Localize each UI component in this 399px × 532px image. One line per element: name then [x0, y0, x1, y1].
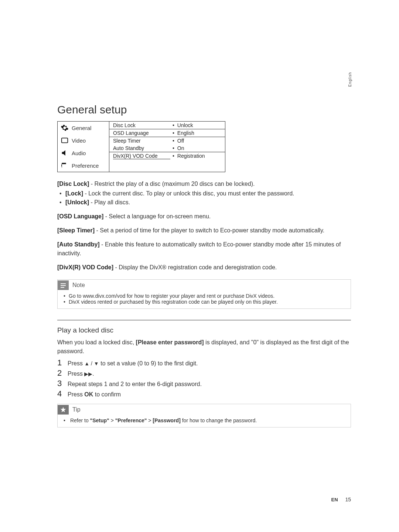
- def-divx-code: [DivX(R) VOD Code] - Display the DivX® r…: [57, 263, 351, 272]
- osd-row-value: English: [177, 130, 221, 136]
- bullet-icon: •: [173, 145, 175, 151]
- tip-title: Tip: [72, 406, 81, 413]
- step-3: Repeat steps 1 and 2 to enter the 6-digi…: [57, 379, 351, 388]
- sidebar-item-label: Preference: [72, 163, 99, 169]
- steps-list: Press ▲ / ▼ to set a value (0 to 9) to t…: [57, 358, 351, 399]
- language-tab: English: [348, 72, 352, 87]
- bullet-icon: •: [173, 153, 175, 159]
- note-item: DivX videos rented or purchased by this …: [64, 299, 344, 305]
- osd-row-value: Unlock: [177, 122, 221, 128]
- osd-row-label: Sleep Timer: [113, 138, 170, 144]
- tip-icon: [58, 405, 69, 415]
- def-auto-standby: [Auto Standby] - Enable this feature to …: [57, 240, 351, 258]
- note-callout: Note Go to www.divx.com/vod for how to r…: [57, 279, 351, 309]
- osd-menu: General Video Audio Preference: [57, 121, 225, 172]
- step-1: Press ▲ / ▼ to set a value (0 to 9) to t…: [57, 358, 351, 368]
- bullet-icon: •: [173, 130, 175, 136]
- step-4: Press OK to confirm: [57, 389, 351, 399]
- def-disc-lock: [Disc Lock] - Restrict the play of a dis…: [57, 180, 351, 207]
- footer-lang: EN: [331, 497, 338, 502]
- bullet-icon: •: [173, 138, 175, 144]
- osd-row-label: Disc Lock: [113, 122, 170, 128]
- osd-row-value: Registration: [177, 153, 221, 159]
- osd-row[interactable]: Disc Lock • Unlock: [109, 122, 225, 129]
- osd-row[interactable]: OSD Language • English: [109, 129, 225, 137]
- osd-row-value: Off: [177, 138, 221, 144]
- svg-rect-1: [61, 283, 66, 284]
- audio-icon: [61, 149, 69, 157]
- def-lock: [Lock] - Lock the current disc. To play …: [65, 189, 351, 198]
- sidebar-item-video[interactable]: Video: [58, 134, 109, 147]
- def-sleep-timer: [Sleep Timer] - Set a period of time for…: [57, 226, 351, 235]
- step-2: Press ▶▶.: [57, 368, 351, 378]
- locked-disc-intro: When you load a locked disc, [Please ent…: [57, 338, 351, 356]
- definitions: [Disc Lock] - Restrict the play of a dis…: [57, 180, 351, 272]
- section-divider: [57, 320, 351, 320]
- svg-rect-3: [61, 287, 64, 288]
- sidebar-item-label: General: [72, 125, 91, 131]
- note-icon: [58, 280, 69, 290]
- note-item: Go to www.divx.com/vod for how to regist…: [64, 293, 344, 299]
- tip-callout: Tip Refer to "Setup" > "Preference" > [P…: [57, 404, 351, 427]
- osd-row-value: On: [177, 145, 221, 151]
- svg-rect-0: [62, 138, 68, 143]
- osd-row[interactable]: Sleep Timer • Off: [109, 137, 225, 144]
- sidebar-item-general[interactable]: General: [58, 122, 109, 134]
- osd-content: Disc Lock • Unlock OSD Language • Englis…: [109, 122, 225, 172]
- sidebar-item-label: Audio: [72, 150, 86, 156]
- fast-forward-icon: ▶▶: [84, 371, 92, 377]
- locked-disc-heading: Play a locked disc: [57, 326, 351, 334]
- osd-row-label: Auto Standby: [113, 145, 170, 151]
- sidebar-item-label: Video: [72, 137, 86, 144]
- osd-sidebar: General Video Audio Preference: [58, 122, 109, 172]
- gear-icon: [61, 124, 69, 132]
- preference-icon: [61, 161, 69, 170]
- osd-row-label: DivX(R) VOD Code: [113, 153, 170, 159]
- svg-rect-2: [61, 285, 66, 286]
- tip-item: Refer to "Setup" > "Preference" > [Passw…: [64, 417, 344, 423]
- sidebar-item-audio[interactable]: Audio: [58, 147, 109, 159]
- up-down-icon: ▲ / ▼: [84, 361, 99, 366]
- page-footer: EN 15: [331, 497, 351, 502]
- note-title: Note: [72, 282, 85, 289]
- osd-row-label: OSD Language: [113, 130, 170, 136]
- osd-row[interactable]: DivX(R) VOD Code • Registration: [109, 152, 225, 160]
- video-icon: [61, 136, 69, 144]
- sidebar-item-preference[interactable]: Preference: [58, 159, 109, 172]
- osd-row[interactable]: Auto Standby • On: [109, 144, 225, 152]
- def-osd-language: [OSD Language] - Select a language for o…: [57, 212, 351, 221]
- footer-page-number: 15: [345, 497, 351, 502]
- def-unlock: [Unlock] - Play all discs.: [65, 198, 351, 207]
- page-title: General setup: [57, 103, 351, 116]
- bullet-icon: •: [173, 122, 175, 128]
